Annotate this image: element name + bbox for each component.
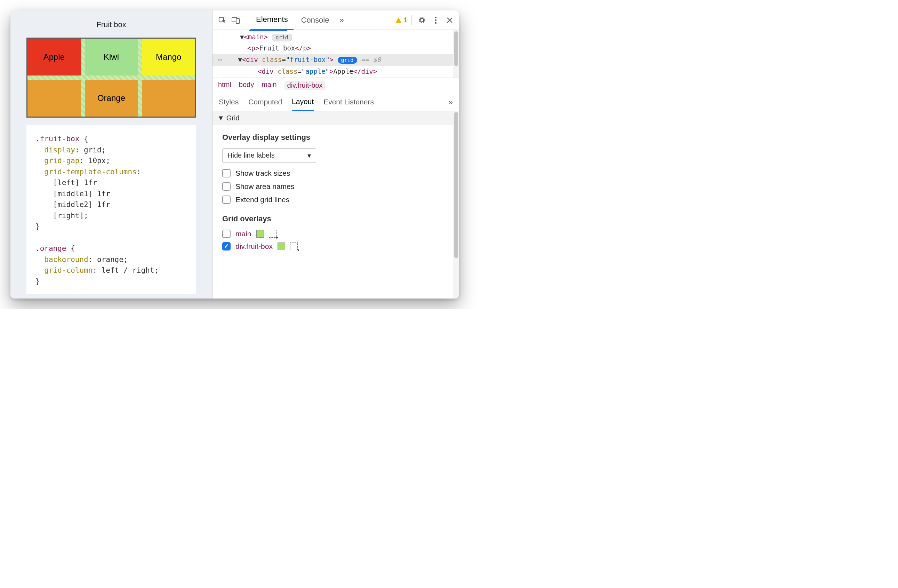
chevron-down-icon: ▾ bbox=[308, 151, 311, 160]
crumb-main[interactable]: main bbox=[261, 81, 277, 90]
color-swatch[interactable] bbox=[278, 243, 285, 250]
close-icon[interactable] bbox=[444, 14, 456, 26]
subtab-computed[interactable]: Computed bbox=[248, 93, 282, 111]
checkbox-icon bbox=[222, 182, 231, 191]
crumb-selected[interactable]: div.fruit-box bbox=[284, 81, 326, 90]
subtab-layout[interactable]: Layout bbox=[292, 93, 314, 111]
grid-overlay-main[interactable]: main bbox=[222, 229, 449, 238]
css-code-block: .fruit-box { display: grid; grid-gap: 10… bbox=[26, 125, 196, 294]
checkbox-label: Show track sizes bbox=[235, 169, 291, 177]
line-labels-select-value: Hide line labels bbox=[228, 151, 275, 159]
svg-rect-2 bbox=[236, 18, 239, 23]
fruit-cell-blank-right bbox=[142, 80, 195, 117]
devtools-window: Fruit box Apple Kiwi Mango Orange .fruit… bbox=[11, 11, 459, 299]
tab-console[interactable]: Console bbox=[296, 11, 335, 30]
checkbox-icon bbox=[222, 195, 231, 204]
color-swatch[interactable] bbox=[256, 230, 264, 238]
overlay-name: div.fruit-box bbox=[235, 242, 273, 251]
inspect-icon[interactable] bbox=[216, 14, 228, 26]
crumb-body[interactable]: body bbox=[239, 81, 254, 90]
checkbox-label: Show area names bbox=[235, 182, 294, 191]
grid-overlay-fruit-box[interactable]: div.fruit-box bbox=[222, 242, 449, 251]
toolbar-separator bbox=[246, 15, 246, 25]
page-title: Fruit box bbox=[26, 20, 196, 29]
warnings-badge[interactable]: 1 bbox=[395, 16, 407, 24]
checkbox-track-sizes[interactable]: Show track sizes bbox=[222, 169, 449, 177]
layout-panel: ▼ Grid Overlay display settings Hide lin… bbox=[212, 111, 459, 299]
toolbar-separator bbox=[411, 15, 412, 25]
highlight-element-icon[interactable] bbox=[290, 243, 298, 250]
subtab-events[interactable]: Event Listeners bbox=[323, 93, 374, 111]
fruit-cell-apple: Apple bbox=[28, 38, 81, 75]
dom-line-main[interactable]: ▼<main> grid bbox=[212, 31, 459, 42]
subtabs-overflow-button[interactable]: » bbox=[449, 98, 453, 106]
devtools-toolbar: Elements Console » 1 bbox=[212, 11, 459, 30]
device-toggle-icon[interactable] bbox=[230, 14, 242, 26]
tabs-overflow-button[interactable]: » bbox=[337, 11, 346, 30]
fruit-cell-mango: Mango bbox=[142, 38, 195, 75]
gear-icon[interactable] bbox=[416, 14, 428, 26]
fruit-cell-blank-left bbox=[28, 80, 81, 117]
svg-point-5 bbox=[435, 22, 437, 24]
dom-line-child[interactable]: <div class="apple">Apple</div> bbox=[212, 66, 459, 77]
svg-point-4 bbox=[435, 19, 437, 21]
fruit-cell-orange: Orange bbox=[85, 80, 138, 117]
checkbox-icon bbox=[222, 242, 231, 251]
kebab-menu-icon[interactable] bbox=[430, 14, 442, 26]
grid-overlays-heading: Grid overlays bbox=[222, 214, 449, 223]
grid-section-header[interactable]: ▼ Grid bbox=[212, 111, 459, 125]
devtools-pane: Elements Console » 1 ▼<main> grid <p> bbox=[212, 11, 459, 299]
rendered-page-pane: Fruit box Apple Kiwi Mango Orange .fruit… bbox=[11, 11, 212, 299]
checkbox-extend-lines[interactable]: Extend grid lines bbox=[222, 195, 449, 204]
disclosure-triangle-icon: ▼ bbox=[217, 114, 224, 122]
checkbox-label: Extend grid lines bbox=[235, 195, 289, 204]
dom-line-selected[interactable]: ⋯ ▼<div class="fruit-box"> grid == $0 bbox=[212, 54, 459, 66]
highlight-element-icon[interactable] bbox=[269, 230, 277, 238]
styles-subtabs: Styles Computed Layout Event Listeners » bbox=[212, 93, 459, 111]
crumb-html[interactable]: html bbox=[218, 81, 231, 90]
overlay-settings-heading: Overlay display settings bbox=[222, 133, 449, 142]
grid-section-title: Grid bbox=[226, 114, 240, 122]
checkbox-icon bbox=[222, 169, 231, 177]
warnings-count: 1 bbox=[403, 16, 407, 24]
checkbox-area-names[interactable]: Show area names bbox=[222, 182, 449, 191]
tab-elements[interactable]: Elements bbox=[251, 11, 294, 30]
dom-line-p[interactable]: <p>Fruit box</p> bbox=[212, 42, 459, 54]
fruit-box-grid: Apple Kiwi Mango Orange bbox=[26, 38, 196, 118]
scrollbar[interactable] bbox=[453, 111, 459, 299]
breadcrumb: html body main div.fruit-box bbox=[212, 78, 459, 93]
overlay-name: main bbox=[235, 229, 251, 238]
subtab-styles[interactable]: Styles bbox=[219, 93, 238, 111]
line-labels-select[interactable]: Hide line labels ▾ bbox=[222, 148, 316, 163]
svg-point-3 bbox=[435, 16, 437, 18]
fruit-cell-kiwi: Kiwi bbox=[85, 38, 138, 75]
scrollbar[interactable] bbox=[453, 30, 459, 78]
dom-tree[interactable]: ▼<main> grid <p>Fruit box</p> ⋯ ▼<div cl… bbox=[212, 30, 459, 78]
checkbox-icon bbox=[222, 229, 231, 238]
